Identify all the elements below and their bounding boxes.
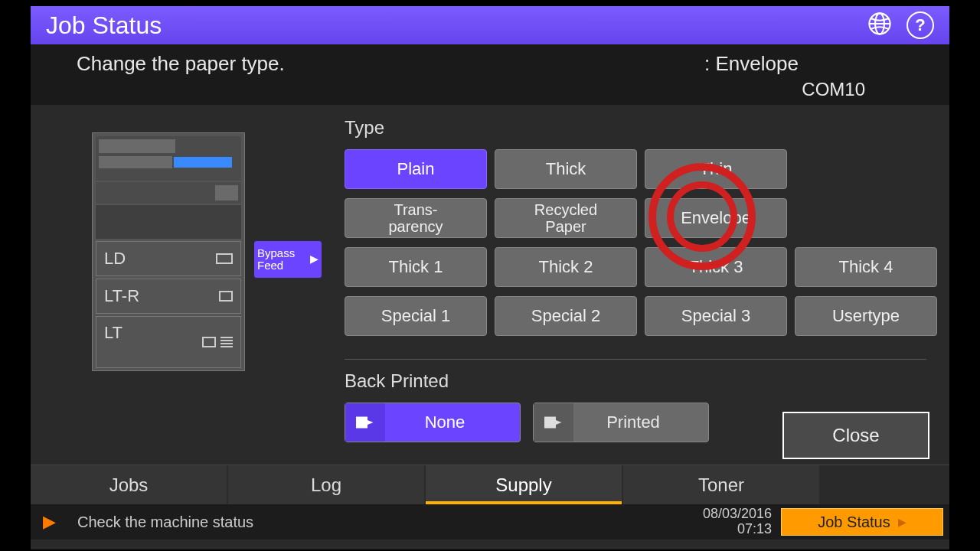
- footer-bar: ▶ Check the machine status 08/03/2016 07…: [31, 504, 949, 540]
- bypass-feed-label: Bypass Feed: [257, 247, 310, 272]
- back-printed-label: Back Printed: [345, 370, 937, 392]
- paper-type-special-1-button[interactable]: Special 1: [345, 296, 487, 336]
- tray-label: LT-R: [104, 286, 139, 306]
- current-type-label: : Envelope: [704, 52, 903, 76]
- tray-diagram-top: [96, 136, 241, 181]
- bp-none-label: None: [385, 412, 520, 432]
- bypass-feed-button[interactable]: Bypass Feed ▶: [254, 241, 322, 278]
- paper-size-label: COM10: [31, 79, 949, 105]
- tab-label: Log: [311, 474, 341, 496]
- paper-type-label: Thick 1: [389, 258, 443, 276]
- back-printed-printed-button[interactable]: Printed: [533, 403, 709, 442]
- type-section-label: Type: [345, 117, 937, 139]
- back-printed-none-button[interactable]: None: [345, 403, 521, 442]
- stack-icon: [220, 337, 233, 347]
- tab-toner[interactable]: Toner: [623, 465, 819, 504]
- chevron-right-icon: ▶: [310, 253, 318, 265]
- paper-type-special-2-button[interactable]: Special 2: [495, 296, 637, 336]
- paper-type-plain-button[interactable]: Plain: [345, 149, 487, 189]
- orientation-icon: [219, 291, 233, 302]
- bottom-tabs: JobsLogSupplyToner: [31, 465, 949, 504]
- paper-icon: [345, 403, 385, 442]
- help-icon[interactable]: ?: [906, 11, 934, 39]
- tray-label: LT: [104, 323, 122, 343]
- paper-type-trans-parency-button[interactable]: Trans- parency: [345, 198, 487, 238]
- instruction-text: Change the paper type.: [77, 52, 285, 76]
- paper-type-label: Plain: [397, 160, 435, 178]
- paper-type-special-3-button[interactable]: Special 3: [645, 296, 787, 336]
- title-bar: Job Status ?: [31, 6, 949, 44]
- language-icon[interactable]: [867, 11, 893, 40]
- tab-label: Supply: [495, 474, 551, 496]
- page-title: Job Status: [46, 11, 162, 40]
- paper-type-label: Thin: [700, 160, 733, 178]
- paper-type-thick-3-button[interactable]: Thick 3: [645, 247, 787, 287]
- paper-type-label: Special 1: [381, 307, 451, 325]
- paper-icon: [534, 403, 573, 442]
- tab-supply[interactable]: Supply: [426, 465, 622, 504]
- paper-type-label: Thick: [546, 160, 586, 178]
- tray-row-lt[interactable]: LT: [96, 316, 241, 368]
- time-text: 07:13: [703, 522, 772, 537]
- paper-type-label: Special 2: [531, 307, 601, 325]
- tray-label: LD: [104, 249, 126, 269]
- tray-row-ld[interactable]: LD: [96, 241, 241, 276]
- paper-type-thick-2-button[interactable]: Thick 2: [495, 247, 637, 287]
- paper-type-grid: PlainThickThinTrans- parencyRecycled Pap…: [345, 149, 937, 336]
- bp-printed-label: Printed: [573, 412, 708, 432]
- footer-message: Check the machine status: [77, 514, 253, 531]
- tab-label: Toner: [698, 474, 744, 496]
- paper-type-label: Thick 3: [689, 258, 743, 276]
- tab-jobs[interactable]: Jobs: [31, 465, 227, 504]
- paper-type-label: Thick 2: [539, 258, 593, 276]
- play-icon: ▶: [43, 512, 56, 532]
- paper-type-usertype-button[interactable]: Usertype: [795, 296, 937, 336]
- date-text: 08/03/2016: [703, 507, 772, 522]
- divider: [345, 359, 926, 360]
- paper-type-thick-1-button[interactable]: Thick 1: [345, 247, 487, 287]
- orientation-icon: [216, 253, 233, 264]
- paper-type-thick-4-button[interactable]: Thick 4: [795, 247, 937, 287]
- paper-type-label: Envelope: [681, 209, 751, 227]
- tray-diagram-spacer: [96, 182, 241, 204]
- paper-type-thin-button[interactable]: Thin: [645, 149, 787, 189]
- paper-type-recycled-paper-button[interactable]: Recycled Paper: [495, 198, 637, 238]
- orientation-icon: [202, 337, 216, 347]
- close-button[interactable]: Close: [782, 412, 929, 459]
- paper-type-label: Recycled Paper: [534, 201, 597, 235]
- paper-type-label: Special 3: [681, 307, 751, 325]
- paper-type-label: Usertype: [832, 307, 900, 325]
- close-label: Close: [832, 425, 879, 446]
- job-status-button[interactable]: Job Status ▶: [781, 508, 943, 536]
- subheader: Change the paper type. : Envelope: [31, 44, 949, 79]
- tray-diagram-blank: [96, 205, 241, 239]
- job-status-label: Job Status: [818, 514, 890, 531]
- tray-diagram: LD LT-R LT: [92, 132, 245, 371]
- datetime-display: 08/03/2016 07:13: [703, 507, 772, 537]
- tray-panel: LD LT-R LT Bypass Feed ▶: [38, 117, 291, 457]
- tab-label: Jobs: [109, 474, 149, 496]
- paper-type-label: Trans- parency: [388, 201, 443, 235]
- paper-type-envelope-button[interactable]: Envelope: [645, 198, 787, 238]
- chevron-right-icon: ▶: [898, 516, 906, 528]
- paper-type-label: Thick 4: [839, 258, 893, 276]
- tray-row-ltr[interactable]: LT-R: [96, 279, 241, 314]
- paper-type-thick-button[interactable]: Thick: [495, 149, 637, 189]
- tab-log[interactable]: Log: [228, 465, 424, 504]
